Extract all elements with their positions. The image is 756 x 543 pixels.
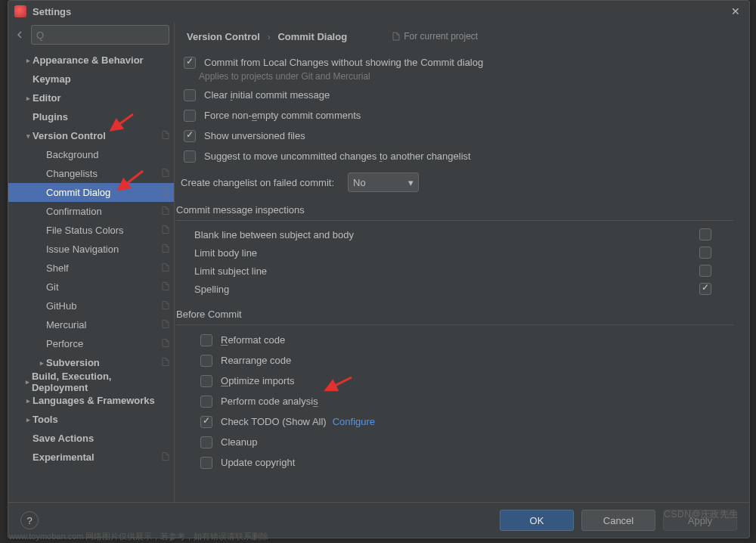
before-label: Check TODO (Show All)	[221, 416, 327, 427]
sidebar-item-label: Background	[46, 149, 98, 160]
sidebar-item-mercurial[interactable]: Mercurial	[8, 315, 174, 334]
before-commit-row[interactable]: Reformat code	[197, 330, 734, 350]
sidebar-item-editor[interactable]: ▸Editor	[8, 88, 174, 107]
inspection-row[interactable]: Blank line between subject and body	[181, 225, 734, 244]
inspection-checkbox[interactable]	[699, 228, 711, 240]
before-checkbox[interactable]	[200, 457, 212, 469]
dialog-body: Q ▸Appearance & BehaviorKeymap▸EditorPlu…	[8, 22, 749, 502]
page-icon	[162, 338, 169, 349]
page-icon	[162, 281, 169, 293]
breadcrumb-sep: ›	[267, 31, 270, 42]
sidebar-item-tools[interactable]: ▸Tools	[8, 410, 174, 429]
before-checkbox[interactable]	[200, 355, 212, 367]
tree-arrow-icon: ▸	[37, 359, 46, 367]
sidebar-item-commit-dialog[interactable]: Commit Dialog	[8, 183, 174, 202]
opt-suggest-move[interactable]: Suggest to move uncommitted changes to a…	[181, 146, 734, 166]
ok-button[interactable]: OK	[500, 510, 574, 531]
sidebar-item-languages-frameworks[interactable]: ▸Languages & Frameworks	[8, 391, 174, 410]
before-label: Rearrange code	[221, 355, 291, 366]
breadcrumb: Version Control › Commit Dialog	[187, 31, 347, 42]
page-icon	[162, 206, 169, 217]
section-before-commit: Before Commit Reformat codeRearrange cod…	[181, 309, 734, 473]
before-commit-row[interactable]: Perform code analysis	[197, 391, 734, 411]
window-title: Settings	[33, 6, 728, 17]
inspection-checkbox[interactable]	[699, 247, 711, 259]
before-commit-row[interactable]: Rearrange code	[197, 350, 734, 371]
sidebar-item-label: Git	[46, 281, 59, 293]
sidebar-item-background[interactable]: Background	[8, 145, 174, 164]
sidebar-item-label: Plugins	[33, 111, 68, 123]
sidebar-item-subversion[interactable]: ▸Subversion	[8, 353, 174, 372]
sidebar-item-label: Shelf	[46, 262, 69, 274]
before-checkbox[interactable]	[200, 375, 212, 387]
project-hint: For current project	[392, 31, 478, 42]
cancel-button[interactable]: Cancel	[581, 510, 655, 531]
chk-suggest-move[interactable]	[184, 150, 196, 163]
before-commit-row[interactable]: Update copyright	[197, 452, 734, 473]
inspection-label: Spelling	[194, 284, 696, 295]
page-icon	[162, 168, 169, 179]
sidebar-item-label: File Status Colors	[46, 225, 124, 236]
close-icon[interactable]: ✕	[728, 4, 743, 19]
main-panel: Version Control › Commit Dialog For curr…	[175, 22, 749, 502]
inspection-checkbox[interactable]	[699, 265, 711, 277]
inspection-label: Blank line between subject and body	[194, 229, 696, 240]
configure-link[interactable]: Configure	[333, 416, 375, 427]
before-commit-row[interactable]: Optimize imports	[197, 371, 734, 391]
sidebar-item-experimental[interactable]: Experimental	[8, 448, 174, 467]
sidebar-item-label: Languages & Frameworks	[33, 395, 155, 406]
inspection-row[interactable]: Limit subject line	[181, 262, 734, 280]
sidebar-item-appearance-behavior[interactable]: ▸Appearance & Behavior	[8, 51, 174, 70]
before-commit-row[interactable]: Cleanup	[197, 432, 734, 452]
settings-tree: ▸Appearance & BehaviorKeymap▸EditorPlugi…	[8, 48, 174, 502]
page-icon	[162, 300, 169, 312]
sidebar-item-git[interactable]: Git	[8, 278, 174, 296]
opt-changelist-row: Create changelist on failed commit: No	[181, 171, 734, 194]
chk-force-nonempty[interactable]	[184, 110, 196, 122]
tree-arrow-icon: ▸	[23, 57, 33, 64]
opt-show-unversioned[interactable]: Show unversioned files	[181, 126, 734, 146]
chk-commit-local[interactable]	[184, 57, 196, 69]
sidebar-item-file-status-colors[interactable]: File Status Colors	[8, 221, 174, 240]
inspection-row[interactable]: Spelling	[181, 280, 734, 298]
inspection-row[interactable]: Limit body line	[181, 244, 734, 262]
chk-clear-initial[interactable]	[184, 89, 196, 101]
before-checkbox[interactable]	[200, 334, 212, 346]
sidebar-item-shelf[interactable]: Shelf	[8, 259, 174, 278]
sidebar-item-changelists[interactable]: Changelists	[8, 164, 174, 183]
sidebar-item-label: Appearance & Behavior	[33, 54, 144, 66]
page-icon	[162, 262, 169, 274]
before-label: Cleanup	[221, 436, 257, 448]
opt-clear-initial[interactable]: Clear initial commit message	[181, 85, 734, 105]
sidebar-item-confirmation[interactable]: Confirmation	[8, 202, 174, 221]
sidebar-item-keymap[interactable]: Keymap	[8, 70, 174, 88]
apply-button[interactable]: Apply	[663, 510, 737, 531]
search-input[interactable]: Q	[31, 25, 169, 45]
sidebar-item-plugins[interactable]: Plugins	[8, 107, 174, 126]
breadcrumb-a[interactable]: Version Control	[187, 31, 260, 42]
sidebar-item-label: GitHub	[46, 300, 76, 312]
before-checkbox[interactable]	[200, 436, 212, 448]
sidebar-item-perforce[interactable]: Perforce	[8, 334, 174, 353]
opt-commit-local[interactable]: Commit from Local Changes without showin…	[181, 52, 734, 73]
chk-show-unversioned[interactable]	[184, 130, 196, 142]
sidebar-item-version-control[interactable]: ▾Version Control	[8, 126, 174, 145]
inspections-heading: Commit message inspections	[176, 204, 734, 221]
inspection-checkbox[interactable]	[699, 283, 711, 295]
breadcrumb-b: Commit Dialog	[277, 31, 347, 42]
footer: ? OK Cancel Apply	[8, 502, 749, 538]
changelist-select[interactable]: No	[348, 172, 419, 192]
before-checkbox[interactable]	[200, 396, 212, 408]
sidebar-item-github[interactable]: GitHub	[8, 296, 174, 315]
help-button[interactable]: ?	[20, 511, 39, 529]
opt-force-nonempty[interactable]: Force non-empty commit comments	[181, 105, 734, 126]
page-icon	[162, 319, 169, 330]
back-icon[interactable]	[13, 28, 26, 42]
sidebar-item-label: Perforce	[46, 338, 83, 349]
before-commit-row[interactable]: Check TODO (Show All) Configure	[197, 411, 734, 432]
sidebar-item-build-execution-deployment[interactable]: ▸Build, Execution, Deployment	[8, 372, 174, 391]
sidebar-item-save-actions[interactable]: Save Actions	[8, 429, 174, 448]
sidebar-item-issue-navigation[interactable]: Issue Navigation	[8, 240, 174, 259]
before-checkbox[interactable]	[200, 416, 212, 428]
sidebar-item-label: Experimental	[33, 451, 94, 463]
